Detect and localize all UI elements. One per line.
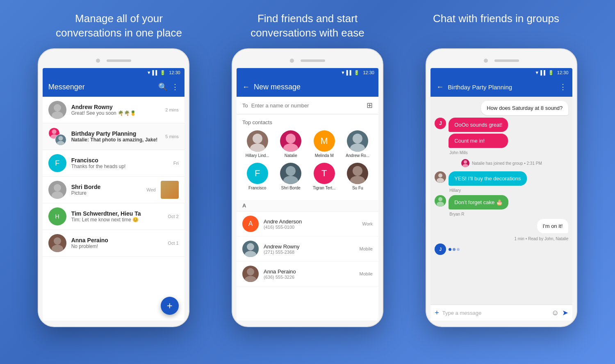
status-icons-3: ▼ ▌▌ 🔋 xyxy=(535,70,554,75)
back-arrow-3[interactable]: ← xyxy=(436,83,444,91)
more-icon-3[interactable]: ⋮ xyxy=(559,82,567,91)
msg-bubble-oooo: OoOo sounds great! xyxy=(449,118,508,132)
svg-point-8 xyxy=(54,237,61,245)
phone-camera-2 xyxy=(290,59,294,63)
typing-indicator: J xyxy=(435,243,568,255)
phone-speaker-2 xyxy=(301,59,325,62)
signal-icon-2: ▌▌ xyxy=(346,70,353,75)
msg-john-group: J OoOo sounds great! Count me in! John M… xyxy=(435,118,568,155)
alpha-divider-a: A xyxy=(237,200,378,212)
svg-point-24 xyxy=(464,160,467,164)
contact-natalie[interactable]: Natalie xyxy=(276,130,306,158)
panel1-header-text: Manage all of your conversations in one … xyxy=(41,11,197,40)
phone-speaker-3 xyxy=(494,59,519,62)
back-arrow-2[interactable]: ← xyxy=(242,83,250,91)
conv-item-shri[interactable]: Shri Borde Picture Wed xyxy=(43,177,184,203)
contact-name-andrew: Andrew Ro... xyxy=(346,153,369,158)
send-icon[interactable]: ➤ xyxy=(562,308,568,317)
conv-thumb-shri xyxy=(161,181,179,199)
app-bar-2: ← New message xyxy=(237,77,378,97)
conv-item-andrew[interactable]: Andrew Rowny Great! See you soon 🌴🌴🍍 2 m… xyxy=(43,97,184,123)
conv-time-anna: Oct 1 xyxy=(168,241,178,246)
svg-point-0 xyxy=(54,104,61,111)
contact-name-hillary: Hillary Lind... xyxy=(246,153,269,158)
conv-content-anna: Anna Peraino No problem! xyxy=(71,237,163,249)
conv-content-birthday: Birthday Party Planning Natalie: That ph… xyxy=(71,130,161,143)
conv-avatar-anna xyxy=(48,234,66,252)
search-icon-1[interactable]: 🔍 xyxy=(158,82,167,91)
panel3-header-text: Chat with friends in groups xyxy=(418,11,574,40)
dial-icon[interactable]: ⊞ xyxy=(367,101,373,110)
contact-list-name-andrew-r: Andrew Rowny xyxy=(264,243,355,250)
header-row: Manage all of your conversations in one … xyxy=(0,0,615,48)
status-bar-2: ▼ ▌▌ 🔋 12:30 xyxy=(237,68,378,77)
conv-item-francisco[interactable]: F Francisco Thanks for the heads up! Fri xyxy=(43,150,184,177)
conv-content-francisco: Francisco Thanks for the heads up! xyxy=(71,157,169,169)
contact-francisco-2[interactable]: F Francisco xyxy=(242,163,273,190)
contact-list-avatar-andrew-r xyxy=(242,241,259,257)
conv-avatar-birthday xyxy=(48,127,66,146)
conv-preview-shri: Picture xyxy=(71,190,142,196)
contact-hillary[interactable]: Hillary Lind... xyxy=(242,130,273,158)
chat-input[interactable] xyxy=(442,310,548,316)
msg-meta-imonit: 1 min • Read by John, Natalie xyxy=(435,237,568,241)
conv-name-francisco: Francisco xyxy=(71,157,169,164)
contact-list-name-anna: Anna Peraino xyxy=(264,268,355,275)
conv-item-tim[interactable]: H Tim Schwerdtner, Hieu Ta Tim: Let me k… xyxy=(43,203,184,230)
svg-point-12 xyxy=(286,134,296,143)
contact-list-andrew-r[interactable]: Andrew Rowny (271) 555-2368 Mobile xyxy=(237,237,378,262)
status-bar-3: ▼ ▌▌ 🔋 12:30 xyxy=(430,68,572,77)
contact-tigran[interactable]: T Tigran Tert... xyxy=(309,163,339,190)
svg-point-23 xyxy=(245,276,256,282)
contact-name-shri-2: Shri Borde xyxy=(281,186,301,190)
msg-sender-john: John Mills xyxy=(449,150,508,155)
contact-shri-2[interactable]: Shri Borde xyxy=(276,163,306,190)
contact-list-phone-andre: (416) 555-0100 xyxy=(264,225,358,230)
add-icon[interactable]: + xyxy=(435,309,439,317)
conv-avatar-andrew xyxy=(48,101,66,119)
svg-point-7 xyxy=(52,191,63,199)
phone-camera-3 xyxy=(484,59,488,63)
contact-list-info-andrew-r: Andrew Rowny (271) 555-2368 xyxy=(264,243,355,255)
msg-bubble-count: Count me in! xyxy=(449,134,508,148)
app-bar-3: ← Birthday Party Planning ⋮ xyxy=(430,77,572,97)
status-icons-2: ▼ ▌▌ 🔋 xyxy=(341,70,360,75)
conv-item-birthday[interactable]: Birthday Party Planning Natalie: That ph… xyxy=(43,123,184,150)
msg-john-bubbles: OoOo sounds great! Count me in! John Mil… xyxy=(449,118,508,155)
contact-andrew[interactable]: Andrew Ro... xyxy=(342,130,373,158)
signal-icon-3: ▌▌ xyxy=(540,70,547,75)
typing-dots xyxy=(449,246,460,253)
phones-row: ▼ ▌▌ 🔋 12:30 Messenger 🔍 ⋮ xyxy=(0,48,615,364)
emoji-icon[interactable]: ☺ xyxy=(551,309,559,317)
app-title-3: Birthday Party Planning xyxy=(448,84,555,91)
top-contacts-label: Top contacts xyxy=(242,119,373,125)
battery-icon-2: 🔋 xyxy=(354,70,360,75)
svg-point-17 xyxy=(283,176,298,184)
app-bar-1: Messenger 🔍 ⋮ xyxy=(43,77,184,97)
svg-point-9 xyxy=(52,245,63,252)
battery-icon-3: 🔋 xyxy=(548,70,554,75)
wifi-icon-2: ▼ xyxy=(341,70,345,75)
conv-name-shri: Shri Borde xyxy=(71,184,142,190)
contact-name-sufu: Su Fu xyxy=(352,186,363,190)
msg-imonit: I'm on it! xyxy=(435,219,568,233)
to-field[interactable]: To ⊞ xyxy=(237,97,378,114)
contact-name-natalie: Natalie xyxy=(285,153,297,158)
more-icon-1[interactable]: ⋮ xyxy=(171,82,179,91)
contact-sufu[interactable]: Su Fu xyxy=(342,163,373,190)
conv-item-anna[interactable]: Anna Peraino No problem! Oct 1 xyxy=(43,230,184,257)
conv-time-andrew: 2 mins xyxy=(165,107,178,112)
app-title-2: New message xyxy=(254,83,373,91)
fab-button[interactable]: + xyxy=(161,297,179,315)
conv-time-shri: Wed xyxy=(146,187,155,192)
msg-bryan-bubbles: Don't forget cake 🎂 Bryan R xyxy=(449,195,508,216)
contact-list-andre[interactable]: A Andre Anderson (416) 555-0100 Work xyxy=(237,212,378,237)
contact-melinda[interactable]: M Melinda M xyxy=(309,130,339,158)
phone-top-bar-1 xyxy=(43,55,184,66)
svg-point-29 xyxy=(437,202,444,207)
contact-list-anna[interactable]: Anna Peraino (636) 555-3226 Mobile xyxy=(237,262,378,287)
svg-point-5 xyxy=(57,141,64,146)
to-input[interactable] xyxy=(251,102,363,109)
phone-1: ▼ ▌▌ 🔋 12:30 Messenger 🔍 ⋮ xyxy=(38,48,189,327)
svg-point-15 xyxy=(350,143,365,152)
